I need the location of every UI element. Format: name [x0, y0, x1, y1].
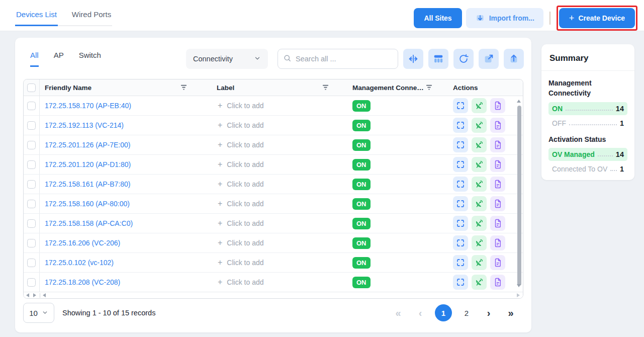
- last-page-button[interactable]: »: [503, 304, 518, 321]
- scroll-right-icon[interactable]: [33, 293, 36, 297]
- label-click-to-add[interactable]: + Click to add: [212, 278, 352, 287]
- first-page-button[interactable]: «: [391, 304, 406, 321]
- expand-icon[interactable]: [453, 216, 468, 231]
- label-click-to-add[interactable]: + Click to add: [212, 258, 352, 267]
- label-click-to-add[interactable]: + Click to add: [212, 101, 352, 110]
- expand-icon[interactable]: [453, 177, 468, 192]
- tab-ap[interactable]: AP: [54, 51, 64, 67]
- all-sites-button[interactable]: All Sites: [414, 8, 462, 28]
- filter-icon[interactable]: [425, 85, 433, 91]
- tab-all[interactable]: All: [30, 51, 39, 67]
- expand-icon[interactable]: [453, 157, 468, 172]
- fit-columns-icon[interactable]: [403, 49, 423, 69]
- devices-panel: All AP Switch Connectivity: [15, 38, 531, 332]
- satellite-icon[interactable]: [472, 98, 487, 113]
- select-all-checkbox[interactable]: [27, 83, 36, 92]
- document-icon[interactable]: [490, 137, 505, 152]
- document-icon[interactable]: [490, 255, 505, 270]
- label-click-to-add[interactable]: + Click to add: [212, 199, 352, 208]
- open-external-icon[interactable]: [479, 49, 499, 69]
- search-input[interactable]: [296, 55, 393, 63]
- next-page-button[interactable]: ›: [481, 304, 496, 321]
- label-click-to-add[interactable]: + Click to add: [212, 160, 352, 169]
- row-checkbox[interactable]: [27, 180, 36, 189]
- document-icon[interactable]: [490, 157, 505, 172]
- scroll-up-icon[interactable]: [517, 100, 521, 103]
- expand-icon[interactable]: [453, 196, 468, 211]
- row-checkbox[interactable]: [27, 278, 36, 287]
- expand-icon[interactable]: [453, 98, 468, 113]
- satellite-icon[interactable]: [472, 216, 487, 231]
- scroll-left-icon[interactable]: [26, 293, 29, 297]
- horizontal-scrollbar[interactable]: [24, 292, 523, 298]
- page-size-select[interactable]: 10: [23, 303, 54, 323]
- document-icon[interactable]: [490, 98, 505, 113]
- summary-item-ov-managed: OV Managed 14: [548, 148, 627, 161]
- label-click-to-add[interactable]: + Click to add: [212, 121, 352, 130]
- device-name-link[interactable]: 172.25.16.206 (VC-206): [40, 239, 212, 247]
- refresh-icon[interactable]: [453, 49, 474, 69]
- page-button-2[interactable]: 2: [459, 304, 474, 321]
- create-device-button[interactable]: + Create Device: [559, 8, 635, 28]
- document-icon[interactable]: [490, 275, 505, 290]
- device-name-link[interactable]: 172.25.201.120 (AP-D1:80): [40, 160, 212, 168]
- expand-icon[interactable]: [453, 137, 468, 152]
- table-row: 172.25.18.208 (VC-208) + Click to add ON: [24, 273, 523, 292]
- device-name-link[interactable]: 172.25.158.160 (AP-80:00): [40, 200, 212, 208]
- satellite-icon[interactable]: [472, 275, 487, 290]
- import-from-button[interactable]: Import from...: [466, 8, 543, 28]
- satellite-icon[interactable]: [472, 235, 487, 250]
- row-checkbox[interactable]: [27, 219, 36, 228]
- expand-icon[interactable]: [453, 235, 468, 250]
- tab-wired-ports[interactable]: Wired Ports: [71, 7, 112, 26]
- document-icon[interactable]: [490, 235, 505, 250]
- connectivity-select[interactable]: Connectivity: [186, 49, 268, 69]
- satellite-icon[interactable]: [472, 177, 487, 192]
- device-name-link[interactable]: 172.25.158.170 (AP-EB:40): [40, 102, 212, 110]
- device-name-link[interactable]: 172.25.158.158 (AP-CA:C0): [40, 219, 212, 227]
- label-click-to-add[interactable]: + Click to add: [212, 180, 352, 189]
- expand-icon[interactable]: [453, 118, 468, 133]
- table-body: 172.25.158.170 (AP-EB:40) + Click to add…: [24, 96, 523, 292]
- filter-icon[interactable]: [180, 85, 188, 91]
- satellite-icon[interactable]: [472, 118, 487, 133]
- row-checkbox[interactable]: [27, 200, 36, 208]
- row-checkbox[interactable]: [27, 121, 36, 130]
- row-checkbox[interactable]: [27, 160, 36, 169]
- document-icon[interactable]: [490, 196, 505, 211]
- document-icon[interactable]: [490, 216, 505, 231]
- label-click-to-add[interactable]: + Click to add: [212, 219, 352, 228]
- scroll-right-icon[interactable]: [517, 293, 520, 297]
- device-name-link[interactable]: 172.25.18.208 (VC-208): [40, 278, 212, 286]
- device-name-link[interactable]: 172.25.201.126 (AP-7E:00): [40, 141, 212, 149]
- columns-icon[interactable]: [428, 49, 448, 69]
- label-click-to-add[interactable]: + Click to add: [212, 140, 352, 149]
- satellite-icon[interactable]: [472, 137, 487, 152]
- page-button-1[interactable]: 1: [435, 304, 452, 321]
- export-icon[interactable]: [504, 49, 524, 69]
- device-name-link[interactable]: 172.25.158.161 (AP-B7:80): [40, 180, 212, 188]
- document-icon[interactable]: [490, 177, 505, 192]
- satellite-icon[interactable]: [472, 255, 487, 270]
- tab-switch[interactable]: Switch: [79, 51, 101, 67]
- summary-section-heading: Activation Status: [548, 134, 627, 144]
- scroll-left-icon[interactable]: [43, 293, 46, 297]
- expand-icon[interactable]: [453, 255, 468, 270]
- document-icon[interactable]: [490, 118, 505, 133]
- prev-page-button[interactable]: ‹: [413, 304, 428, 321]
- expand-icon[interactable]: [453, 275, 468, 290]
- row-checkbox[interactable]: [27, 259, 36, 267]
- filter-icon[interactable]: [322, 85, 329, 91]
- device-name-link[interactable]: 172.25.0.102 (vc-102): [40, 259, 212, 267]
- row-checkbox[interactable]: [27, 239, 36, 247]
- mgmt-connectivity-cell: ON: [352, 100, 453, 112]
- vertical-scrollbar[interactable]: [517, 106, 521, 286]
- scroll-down-icon[interactable]: [517, 284, 521, 287]
- device-name-link[interactable]: 172.25.192.113 (VC-214): [40, 121, 212, 129]
- row-checkbox[interactable]: [27, 141, 36, 149]
- satellite-icon[interactable]: [472, 157, 487, 172]
- label-click-to-add[interactable]: + Click to add: [212, 238, 352, 247]
- row-checkbox[interactable]: [27, 102, 36, 110]
- tab-devices-list[interactable]: Devices List: [15, 7, 58, 26]
- satellite-icon[interactable]: [472, 196, 487, 211]
